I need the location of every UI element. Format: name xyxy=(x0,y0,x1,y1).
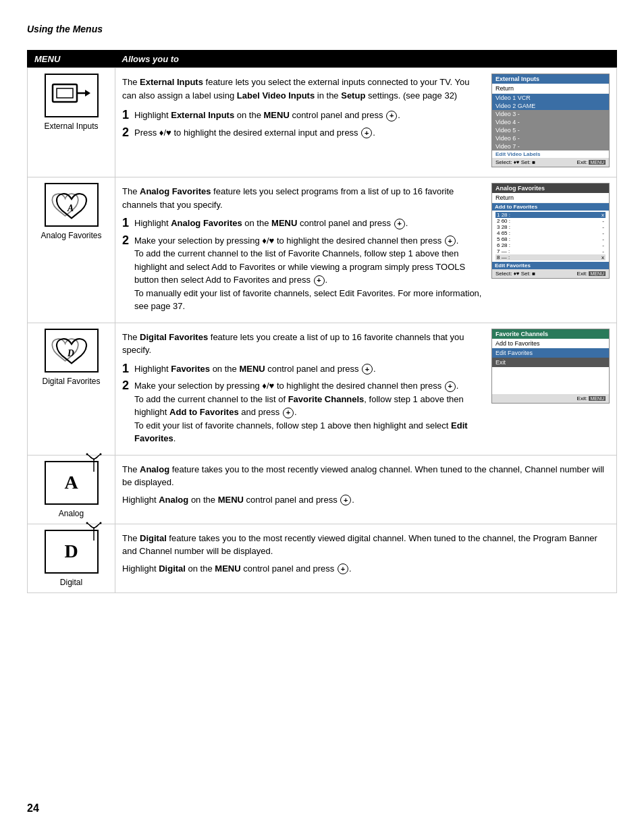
external-inputs-screenshot: External Inputs Return Video 1 VCR Video… xyxy=(491,74,610,171)
main-table: MENU Allows you to External Inputs xyxy=(27,50,617,593)
digital-instruction: Highlight Digital on the MENU control pa… xyxy=(122,562,610,576)
fav-row-2: 2 60 :- xyxy=(495,218,606,224)
digital-favorites-icon: D xyxy=(45,329,99,372)
fav-row-8: 8 — :x xyxy=(495,254,606,260)
screenshot-ext-item-4: Video 4 - xyxy=(492,118,609,126)
analog-content: The Analog feature takes you to the most… xyxy=(115,455,617,524)
digital-favorites-menu-cell: D Digital Favorites xyxy=(28,323,115,455)
screenshot-afav-title: Analog Favorites xyxy=(492,184,609,193)
digital-favorites-content: The Digital Favorites feature lets you c… xyxy=(115,323,617,455)
analog-intro: The Analog feature takes you to the most… xyxy=(122,463,610,489)
page-header: Using the Menus xyxy=(27,22,617,36)
col-menu-header: MENU xyxy=(28,51,115,68)
col-allows-header: Allows you to xyxy=(115,51,617,68)
fav-row-1: 1 28 :x xyxy=(495,212,606,218)
screenshot-ext-item-2: Video 2 GAME xyxy=(492,102,609,110)
digital-fav-step1-text: Highlight Favorites on the MENU control … xyxy=(134,362,485,376)
screenshot-ext-footer: Select: ♦♥ Set: ■ Exit: MENU xyxy=(492,158,609,167)
screenshot-dfav-title: Favorite Channels xyxy=(492,329,609,339)
svg-text:D: D xyxy=(67,348,74,358)
analog-fav-step1-num: 1 xyxy=(122,217,129,229)
screenshot-afav-return: Return xyxy=(492,193,609,203)
screenshot-ext-return: Return xyxy=(492,84,609,94)
svg-point-10 xyxy=(99,453,101,455)
screenshot-dfav-footer: Exit: MENU xyxy=(492,394,609,403)
screenshot-ext-item-1: Video 1 VCR xyxy=(492,94,609,102)
analog-menu-cell: A Analog xyxy=(28,455,115,524)
page-number: 24 xyxy=(27,802,39,815)
step-2-text: Press ♦/♥ to highlight the desired exter… xyxy=(134,126,485,140)
digital-antenna-icon xyxy=(84,522,104,542)
digital-fav-step1-num: 1 xyxy=(122,362,129,375)
screenshot-ext-edit: Edit Video Labels xyxy=(492,150,609,158)
svg-point-9 xyxy=(86,453,88,455)
analog-favorites-icon: A xyxy=(45,183,99,227)
screenshot-afav-add: Add to Favorites xyxy=(492,203,609,211)
svg-point-14 xyxy=(86,522,88,524)
screenshot-ext-item-6: Video 6 - xyxy=(492,134,609,142)
svg-marker-3 xyxy=(85,90,90,96)
external-inputs-content: The External Inputs feature lets you sel… xyxy=(115,68,617,177)
analog-fav-intro: The Analog Favorites feature lets you se… xyxy=(122,185,485,211)
table-row: External Inputs The External Inputs feat… xyxy=(28,68,617,177)
analog-fav-step1-text: Highlight Analog Favorites on the MENU c… xyxy=(134,217,485,230)
fav-row-6: 6 28 :- xyxy=(495,242,606,248)
digital-label: Digital xyxy=(34,578,108,587)
analog-fav-screenshot: Analog Favorites Return Add to Favorites… xyxy=(491,183,610,317)
fav-row-4: 4 65 :- xyxy=(495,230,606,236)
analog-favorites-content: The Analog Favorites feature lets you se… xyxy=(115,177,617,323)
external-inputs-menu-cell: External Inputs xyxy=(28,68,115,177)
fav-row-5: 5 68 :- xyxy=(495,236,606,242)
svg-rect-1 xyxy=(57,88,73,98)
analog-icon: A xyxy=(45,461,99,505)
step-2-num: 2 xyxy=(122,126,129,138)
screenshot-ext-title: External Inputs xyxy=(492,74,609,84)
digital-intro: The Digital feature takes you to the mos… xyxy=(122,532,610,558)
fav-row-3: 3 28 :- xyxy=(495,224,606,230)
svg-text:A: A xyxy=(67,203,74,213)
analog-fav-step2-text: Make your selection by pressing ♦/♥ to h… xyxy=(134,234,485,313)
analog-favorites-label: Analog Favorites xyxy=(34,231,108,240)
screenshot-afav-edit: Edit Favorites xyxy=(492,262,609,269)
external-inputs-label: External Inputs xyxy=(34,121,108,131)
digital-fav-step2-text: Make your selection by pressing ♦/♥ to h… xyxy=(134,379,485,445)
external-inputs-icon xyxy=(45,74,99,117)
digital-favorites-label: Digital Favorites xyxy=(34,377,108,386)
digital-icon: D xyxy=(45,530,99,574)
external-inputs-intro: The External Inputs feature lets you sel… xyxy=(122,76,485,102)
svg-point-15 xyxy=(99,522,101,524)
digital-fav-screenshot: Favorite Channels Add to Favorites Edit … xyxy=(491,329,610,449)
step-1-text: Highlight External Inputs on the MENU co… xyxy=(134,109,485,122)
analog-favorites-menu-cell: A Analog Favorites xyxy=(28,177,115,323)
step-1-num: 1 xyxy=(122,109,129,121)
screenshot-dfav-add: Add to Favorites xyxy=(492,339,609,348)
screenshot-ext-item-3: Video 3 - xyxy=(492,110,609,118)
analog-instruction: Highlight Analog on the MENU control pan… xyxy=(122,493,610,507)
digital-menu-cell: D Digital xyxy=(28,524,115,592)
fav-row-7: 7 — :- xyxy=(495,248,606,254)
table-row: A Analog Favorites The Analog Favorites … xyxy=(28,177,617,323)
analog-label: Analog xyxy=(34,509,108,518)
table-row: D Digital The Digital feature takes you … xyxy=(28,524,617,592)
screenshot-ext-item-5: Video 5 - xyxy=(492,126,609,134)
screenshot-dfav-edit: Edit Favorites xyxy=(492,348,609,358)
table-row: D Digital Favorites The Digital Favorite… xyxy=(28,323,617,455)
screenshot-ext-item-7: Video 7 - xyxy=(492,142,609,150)
table-row: A Analog The Analog feature takes you to… xyxy=(28,455,617,524)
analog-fav-step2-num: 2 xyxy=(122,234,129,246)
digital-fav-step2-num: 2 xyxy=(122,379,129,391)
antenna-icon xyxy=(84,453,104,473)
digital-fav-intro: The Digital Favorites feature lets you c… xyxy=(122,331,485,357)
screenshot-dfav-exit: Exit xyxy=(492,358,609,367)
screenshot-afav-footer: Select: ♦♥ Set: ■ Exit: MENU xyxy=(492,269,609,278)
digital-content: The Digital feature takes you to the mos… xyxy=(115,524,617,592)
